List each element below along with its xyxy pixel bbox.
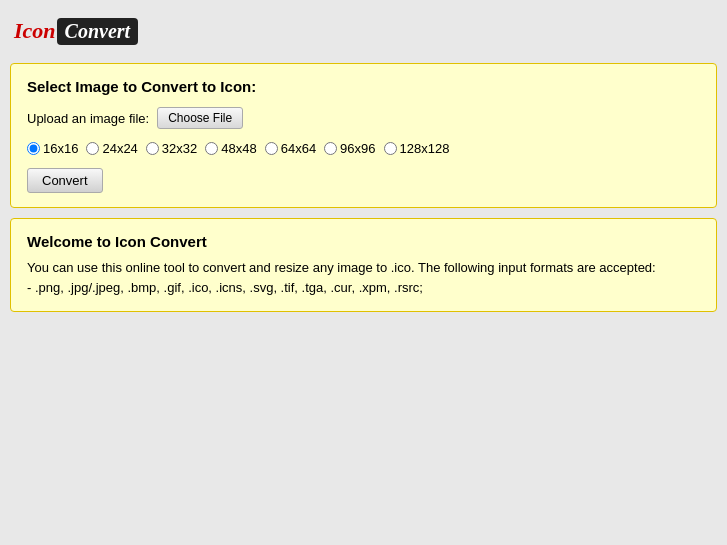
size-radio-24x24[interactable] (86, 142, 99, 155)
logo-convert-text: Convert (57, 18, 139, 45)
size-radio-64x64[interactable] (265, 142, 278, 155)
size-option-64x64: 64x64 (265, 141, 316, 156)
welcome-description-line1: You can use this online tool to convert … (27, 258, 700, 278)
size-radio-16x16[interactable] (27, 142, 40, 155)
upload-row: Upload an image file: Choose File (27, 107, 700, 129)
convert-button[interactable]: Convert (27, 168, 103, 193)
logo-icon-text: Icon (14, 18, 56, 44)
size-option-48x48: 48x48 (205, 141, 256, 156)
size-radio-128x128[interactable] (384, 142, 397, 155)
welcome-card: Welcome to Icon Convert You can use this… (10, 218, 717, 312)
size-option-24x24: 24x24 (86, 141, 137, 156)
size-radio-32x32[interactable] (146, 142, 159, 155)
select-card: Select Image to Convert to Icon: Upload … (10, 63, 717, 208)
size-label-96x96: 96x96 (340, 141, 375, 156)
select-card-title: Select Image to Convert to Icon: (27, 78, 700, 95)
size-option-16x16: 16x16 (27, 141, 78, 156)
welcome-title: Welcome to Icon Convert (27, 233, 700, 250)
size-label-128x128: 128x128 (400, 141, 450, 156)
upload-label: Upload an image file: (27, 111, 149, 126)
size-option-32x32: 32x32 (146, 141, 197, 156)
size-radio-96x96[interactable] (324, 142, 337, 155)
size-label-32x32: 32x32 (162, 141, 197, 156)
size-radio-48x48[interactable] (205, 142, 218, 155)
size-option-128x128: 128x128 (384, 141, 450, 156)
welcome-description-line2: - .png, .jpg/.jpeg, .bmp, .gif, .ico, .i… (27, 278, 700, 298)
size-label-64x64: 64x64 (281, 141, 316, 156)
header: IconConvert (10, 10, 717, 53)
size-label-16x16: 16x16 (43, 141, 78, 156)
size-option-96x96: 96x96 (324, 141, 375, 156)
size-label-48x48: 48x48 (221, 141, 256, 156)
choose-file-button[interactable]: Choose File (157, 107, 243, 129)
size-label-24x24: 24x24 (102, 141, 137, 156)
size-options: 16x16 24x24 32x32 48x48 64x64 96x96 128x… (27, 141, 700, 156)
